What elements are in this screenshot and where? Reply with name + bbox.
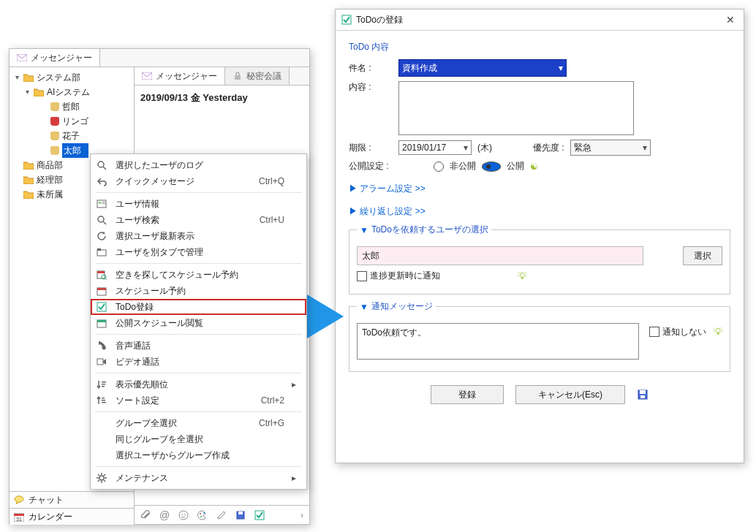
tree-user[interactable]: 哲郎: [14, 99, 131, 114]
hint-icon[interactable]: 💡︎: [518, 271, 526, 281]
checkbox-no-notify[interactable]: 通知しない: [649, 326, 706, 338]
label-priority: 優先度 :: [533, 142, 564, 154]
collapse-icon[interactable]: ▾: [24, 85, 31, 99]
menu-separator: [95, 192, 302, 193]
close-button[interactable]: ✕: [723, 14, 738, 26]
chevron-right-icon[interactable]: ›: [300, 510, 303, 520]
group-todo-content: ToDo 内容: [349, 41, 730, 53]
calendar-icon: [95, 286, 108, 296]
chevron-down-icon: ▾: [464, 142, 468, 153]
menu-item[interactable]: ビデオ通話: [91, 354, 306, 370]
calendar-icon: 31: [14, 512, 24, 522]
tab-secret[interactable]: 秘密会議: [225, 67, 290, 85]
assigned-user-field[interactable]: 太郎: [357, 246, 643, 265]
mail-icon: [142, 71, 152, 81]
menu-item[interactable]: 同じグループを全選択: [91, 431, 306, 447]
save-icon[interactable]: [235, 510, 246, 520]
svg-rect-36: [102, 398, 105, 399]
svg-text:31: 31: [16, 517, 22, 522]
tree-user[interactable]: 花子: [14, 129, 131, 143]
svg-line-45: [104, 480, 105, 482]
menu-item[interactable]: ソート設定Ctrl+2: [91, 392, 306, 408]
deadline-dow: (木): [477, 142, 492, 154]
row-assigned-user: 太郎 選択: [357, 246, 722, 265]
mail-icon: [17, 53, 27, 63]
row-content: 内容 :: [349, 81, 730, 135]
menu-item[interactable]: ToDo登録: [91, 299, 306, 315]
todo-check-icon[interactable]: [254, 510, 265, 520]
menu-item[interactable]: 音声通話: [91, 338, 306, 354]
menu-item[interactable]: 選択ユーザからグループ作成: [91, 447, 306, 463]
checkbox-notify-progress[interactable]: 進捗更新時に通知: [357, 270, 440, 282]
radio-private[interactable]: [434, 162, 444, 172]
svg-point-8: [181, 514, 183, 515]
tree-user[interactable]: リンゴ: [14, 114, 131, 129]
priority-select[interactable]: 緊急 ▾: [570, 140, 651, 156]
menu-item[interactable]: スケジュール予約: [91, 283, 306, 299]
deadline-date-input[interactable]: 2019/01/17 ▾: [398, 140, 472, 155]
svg-rect-35: [102, 386, 105, 387]
link-alarm[interactable]: ▶ アラーム設定 >>: [349, 183, 730, 195]
menu-item[interactable]: クイックメッセージCtrl+Q: [91, 173, 306, 189]
side-tab-calendar[interactable]: 31 カレンダー: [10, 508, 134, 525]
menu-item[interactable]: 表示優先順位▸: [91, 376, 306, 392]
svg-point-16: [98, 162, 104, 167]
notify-message-textarea[interactable]: ToDo依頼です。: [357, 323, 639, 360]
cancel-button[interactable]: キャンセル(Esc): [515, 385, 625, 404]
menu-item[interactable]: 空きを探してスケジュール予約: [91, 267, 306, 283]
label-deadline: 期限 :: [349, 142, 393, 154]
attach-icon[interactable]: [140, 510, 151, 520]
menu-item[interactable]: ユーザ情報: [91, 196, 306, 212]
triangle-right-icon: ▶: [349, 183, 358, 194]
left-tabs: メッセンジャー: [10, 49, 309, 67]
row-deadline: 期限 : 2019/01/17 ▾ (木) 優先度 : 緊急 ▾: [349, 140, 730, 156]
svg-line-44: [98, 474, 99, 476]
tree-root[interactable]: ▾ システム部: [14, 70, 131, 85]
folder-icon: [23, 190, 34, 199]
folder-icon: [23, 73, 34, 82]
tree-label: AIシステム: [47, 85, 90, 99]
menu-item[interactable]: ユーザ検索Ctrl+U: [91, 212, 306, 228]
collapse-icon[interactable]: ▾: [14, 70, 20, 85]
edit-icon[interactable]: [216, 510, 227, 520]
phone-icon: [95, 341, 108, 351]
menu-item-shortcut: Ctrl+U: [260, 215, 284, 225]
folder-icon: [34, 88, 44, 96]
side-tab-chat[interactable]: チャット: [10, 491, 134, 508]
subject-combo[interactable]: 資料作成 ▾: [398, 59, 567, 77]
tree-node-ai[interactable]: ▾ AIシステム: [14, 85, 131, 99]
menu-item[interactable]: メンテナンス▸: [91, 470, 306, 486]
tab-messenger-msg[interactable]: メッセンジャー: [135, 67, 225, 85]
lock-icon: [233, 71, 243, 81]
card-icon: [95, 200, 108, 208]
menu-item[interactable]: ユーザを別タブで管理: [91, 244, 306, 260]
refresh-icon: [95, 231, 108, 241]
dialog-footer: 登録 キャンセル(Esc): [349, 385, 730, 404]
menu-item[interactable]: グループ全選択Ctrl+G: [91, 415, 306, 431]
row-visibility: 公開設定 : 非公開 公開 ☯︎: [349, 160, 730, 172]
hint-icon[interactable]: 💡︎: [714, 327, 722, 337]
link-repeat[interactable]: ▶ 繰り返し設定 >>: [349, 205, 730, 218]
menu-separator: [95, 411, 302, 412]
calendar-open-icon: [95, 319, 108, 328]
menu-item[interactable]: 選択ユーザ最新表示: [91, 228, 306, 244]
check-icon: [95, 302, 108, 312]
face-icon[interactable]: [178, 510, 189, 520]
menu-item-label: 同じグループを全選択: [116, 433, 277, 446]
radio-public[interactable]: [482, 162, 501, 172]
at-icon[interactable]: @: [159, 509, 170, 521]
palette-icon[interactable]: [197, 510, 208, 520]
menu-item[interactable]: 選択したユーザのログ: [91, 157, 306, 173]
hint-icon[interactable]: ☯︎: [530, 162, 538, 172]
svg-point-39: [99, 476, 104, 480]
select-user-button[interactable]: 選択: [683, 246, 722, 265]
content-textarea[interactable]: [398, 81, 634, 135]
menu-item-shortcut: Ctrl+G: [259, 418, 284, 428]
menu-item-label: 選択ユーザ最新表示: [116, 230, 277, 243]
svg-rect-32: [97, 359, 103, 365]
chevron-right-icon: ▸: [292, 473, 299, 483]
register-button[interactable]: 登録: [431, 385, 504, 404]
save-disk-icon[interactable]: [637, 389, 649, 400]
menu-item[interactable]: 公開スケジュール閲覧: [91, 315, 306, 331]
tab-messenger-tree[interactable]: メッセンジャー: [10, 49, 100, 66]
